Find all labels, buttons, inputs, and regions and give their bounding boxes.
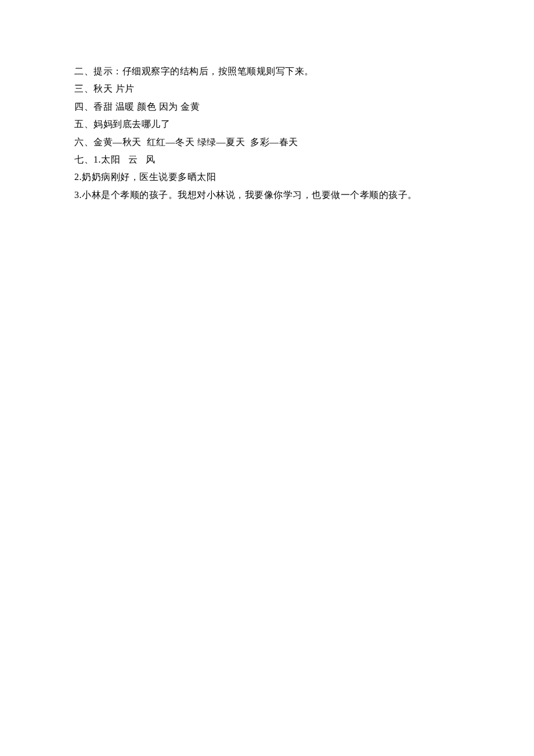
answer-line-2: 二、提示：仔细观察字的结构后，按照笔顺规则写下来。: [74, 63, 460, 80]
answer-line-4: 四、香甜 温暖 颜色 因为 金黄: [74, 98, 460, 116]
answer-line-6: 六、金黄—秋天 红红—冬天 绿绿—夏天 多彩—春天: [74, 134, 460, 151]
document-content: 二、提示：仔细观察字的结构后，按照笔顺规则写下来。 三、秋天 片片 四、香甜 温…: [0, 0, 534, 204]
answer-line-7-3: 3.小林是个孝顺的孩子。我想对小林说，我要像你学习，也要做一个孝顺的孩子。: [74, 186, 460, 204]
answer-line-7-1: 七、1.太阳 云 风: [74, 151, 460, 168]
answer-line-3: 三、秋天 片片: [74, 80, 460, 98]
answer-line-7-2: 2.奶奶病刚好，医生说要多晒太阳: [74, 168, 460, 186]
answer-line-5: 五、妈妈到底去哪儿了: [74, 116, 460, 133]
